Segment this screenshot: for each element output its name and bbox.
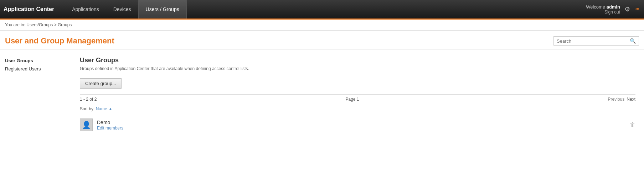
avatar-icon: 👤: [82, 121, 91, 129]
search-input[interactable]: [557, 38, 630, 44]
nav-links: Applications Devices Users / Groups: [65, 0, 586, 19]
gear-icon[interactable]: ⚙: [624, 5, 630, 13]
sidebar-item-registered-users[interactable]: Registered Users: [5, 65, 66, 73]
content-desc: Groups defined in Application Center tha…: [80, 66, 635, 71]
nav-item-users-groups[interactable]: Users / Groups: [138, 0, 187, 19]
nav-right: Welcome admin Sign out ⚙ ⚭: [586, 4, 640, 15]
sign-out-link[interactable]: Sign out: [586, 10, 620, 15]
table-header: 1 - 2 of 2 Page 1 Previous Next: [80, 94, 635, 104]
nav-item-devices[interactable]: Devices: [106, 0, 138, 19]
delete-group-icon[interactable]: 🗑: [630, 122, 635, 128]
main-layout: User Groups Registered Users User Groups…: [0, 49, 644, 190]
edit-members-link[interactable]: Edit members: [97, 126, 123, 131]
plugin-icon[interactable]: ⚭: [634, 5, 640, 14]
search-box: 🔍: [553, 36, 639, 46]
search-icon: 🔍: [630, 38, 636, 44]
welcome-text: Welcome admin: [586, 4, 620, 10]
page-header: User and Group Management 🔍: [0, 31, 644, 49]
count-label: 1 - 2 of 2: [80, 97, 97, 102]
nav-item-applications[interactable]: Applications: [65, 0, 106, 19]
group-info: Demo Edit members: [97, 120, 625, 131]
page-title: User and Group Management: [5, 36, 114, 46]
username: admin: [607, 4, 620, 10]
content-title: User Groups: [80, 57, 635, 64]
sidebar-item-user-groups[interactable]: User Groups: [5, 57, 66, 65]
pagination-top: Previous Next: [608, 97, 635, 102]
sort-bar: Sort by: Name ▲: [80, 106, 635, 111]
welcome-block: Welcome admin Sign out: [586, 4, 620, 15]
breadcrumb: You are in: Users/Groups > Groups: [0, 20, 644, 31]
top-navigation: Application Center Applications Devices …: [0, 0, 644, 20]
sort-name-link[interactable]: Name ▲: [96, 106, 113, 111]
prev-button-top[interactable]: Previous: [608, 97, 625, 102]
group-item-demo: 👤 Demo Edit members 🗑: [80, 115, 635, 135]
app-title: Application Center: [4, 6, 54, 12]
create-group-button[interactable]: Create group...: [80, 78, 122, 89]
content-area: User Groups Groups defined in Applicatio…: [71, 49, 644, 190]
group-name: Demo: [97, 120, 625, 125]
sidebar: User Groups Registered Users: [0, 49, 71, 190]
next-button-top[interactable]: Next: [627, 97, 635, 102]
page-label: Page 1: [345, 97, 359, 102]
group-avatar: 👤: [80, 118, 93, 131]
